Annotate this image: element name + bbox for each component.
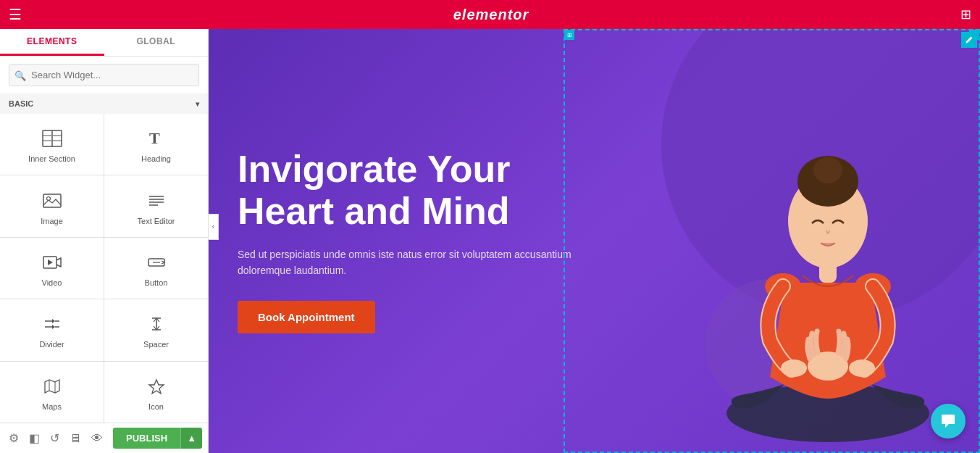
logo: elementor (453, 7, 529, 23)
widget-inner-section[interactable]: Inner Section (0, 114, 104, 175)
search-icon: 🔍 (14, 70, 26, 80)
widget-heading-label: Heading (141, 154, 171, 163)
bottom-icon-group: ⚙ ◧ ↺ 🖥 👁 (6, 428, 106, 448)
book-appointment-button[interactable]: Book Appointment (238, 301, 375, 333)
widget-grid: Inner Section T Heading (0, 114, 208, 423)
svg-point-33 (813, 157, 842, 183)
widget-button[interactable]: Button (104, 238, 208, 299)
widget-video-label: Video (42, 278, 62, 287)
search-container: 🔍 (0, 57, 208, 93)
responsive-icon[interactable]: 🖥 (67, 429, 84, 448)
maps-icon (42, 378, 62, 398)
widget-image-label: Image (41, 217, 63, 225)
hamburger-icon[interactable]: ☰ (9, 6, 22, 23)
widget-maps-label: Maps (42, 402, 62, 411)
section-label-text: BASIC (9, 99, 33, 108)
widget-text-editor-label: Text Editor (138, 217, 175, 225)
widget-maps[interactable]: Maps (0, 362, 104, 423)
widget-heading[interactable]: T Heading (104, 114, 208, 175)
svg-point-37 (781, 360, 807, 377)
widget-button-label: Button (145, 278, 168, 287)
canvas-text: Invigorate Your Heart and Mind Sed ut pe… (209, 29, 614, 453)
icon-widget-icon (146, 378, 167, 398)
widget-spacer-label: Spacer (143, 340, 169, 349)
tab-elements[interactable]: ELEMENTS (0, 29, 104, 56)
svg-marker-14 (48, 259, 53, 265)
tab-global[interactable]: GLOBAL (104, 29, 209, 56)
top-bar: ☰ elementor ⊞ (0, 0, 980, 29)
video-icon (42, 254, 62, 274)
search-input[interactable] (9, 64, 199, 86)
sidebar-tabs: ELEMENTS GLOBAL (0, 29, 208, 57)
history-icon[interactable]: ↺ (47, 428, 62, 448)
svg-marker-18 (52, 319, 55, 323)
widget-image[interactable]: Image (0, 175, 104, 236)
svg-text:T: T (149, 130, 160, 147)
inner-section-icon (42, 130, 62, 150)
widget-icon[interactable]: Icon (104, 362, 208, 423)
chevron-down-icon: ▾ (196, 100, 199, 108)
svg-point-38 (849, 360, 875, 377)
svg-marker-21 (52, 325, 55, 329)
section-label-basic: BASIC ▾ (0, 93, 208, 114)
svg-rect-7 (43, 194, 61, 207)
spacer-icon (146, 315, 167, 336)
hero-heading: Invigorate Your Heart and Mind (238, 149, 585, 231)
publish-button[interactable]: PUBLISH (113, 428, 180, 449)
widget-icon-label: Icon (148, 402, 164, 411)
widget-divider-label: Divider (39, 340, 64, 349)
canvas-area[interactable]: Invigorate Your Heart and Mind Sed ut pe… (209, 29, 980, 453)
publish-arrow-button[interactable]: ▲ (180, 428, 202, 449)
main-layout: ELEMENTS GLOBAL 🔍 BASIC ▾ (0, 29, 980, 453)
settings-icon[interactable]: ⚙ (6, 428, 22, 448)
preview-icon[interactable]: 👁 (88, 429, 106, 448)
svg-marker-28 (149, 380, 164, 394)
button-icon (146, 254, 167, 274)
widget-divider[interactable]: Divider (0, 299, 104, 360)
search-wrapper: 🔍 (9, 64, 199, 86)
hero-subtext: Sed ut perspiciatis unde omnis iste natu… (238, 246, 585, 279)
sidebar-toggle[interactable]: ‹ (209, 214, 219, 240)
text-editor-icon (146, 192, 167, 212)
canvas-content: Invigorate Your Heart and Mind Sed ut pe… (209, 29, 980, 453)
heading-icon: T (146, 130, 167, 150)
bottom-toolbar: ⚙ ◧ ↺ 🖥 👁 PUBLISH ▲ (0, 423, 208, 453)
sidebar: ELEMENTS GLOBAL 🔍 BASIC ▾ (0, 29, 209, 453)
divider-icon (42, 315, 62, 336)
grid-icon[interactable]: ⊞ (960, 7, 971, 22)
layers-icon[interactable]: ◧ (26, 428, 43, 448)
chat-bubble[interactable] (931, 404, 966, 439)
widget-text-editor[interactable]: Text Editor (104, 175, 208, 236)
canvas-edit-icon[interactable] (961, 32, 977, 48)
publish-btn-group: PUBLISH ▲ (113, 428, 202, 449)
widget-spacer[interactable]: Spacer (104, 299, 208, 360)
yoga-figure (603, 29, 980, 453)
widget-inner-section-label: Inner Section (28, 154, 75, 163)
image-icon (42, 192, 62, 212)
widget-video[interactable]: Video (0, 238, 104, 299)
